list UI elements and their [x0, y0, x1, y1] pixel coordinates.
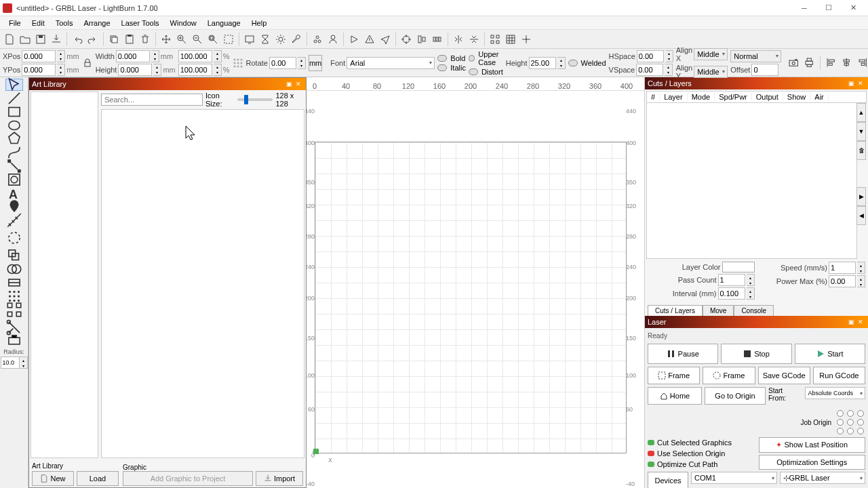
welded-toggle[interactable] [568, 60, 578, 66]
minimize-button[interactable]: ─ [792, 1, 816, 15]
device-dropdown[interactable]: ⊹ GRBL Laser [780, 472, 866, 484]
menu-help[interactable]: Help [247, 18, 272, 28]
font-height-spinner[interactable]: ▴▾ [557, 57, 566, 69]
height-input[interactable]: 0.000 [118, 64, 152, 76]
camera-icon[interactable] [788, 56, 799, 70]
layer-delete-icon[interactable]: 🗑 [856, 141, 866, 160]
cuts-close-icon[interactable]: ✕ [856, 79, 865, 88]
laser-close-icon[interactable]: ✕ [856, 317, 865, 327]
icon-size-slider[interactable] [237, 98, 273, 101]
align-right-icon[interactable] [856, 56, 867, 70]
lock-icon[interactable] [82, 56, 93, 70]
hspace-input[interactable]: 0.00 [637, 50, 664, 62]
optimize-toggle[interactable] [648, 462, 654, 467]
close-button[interactable]: ✕ [841, 1, 865, 15]
anchor-grid-icon[interactable] [233, 54, 243, 73]
menu-window[interactable]: Window [165, 18, 201, 28]
cuts-undock-icon[interactable]: ▣ [846, 79, 856, 88]
hourglass-icon[interactable] [258, 33, 272, 46]
flip-v-icon[interactable] [467, 33, 481, 46]
send-icon[interactable] [378, 33, 392, 46]
paste-icon[interactable] [123, 33, 136, 46]
flip-h-icon[interactable] [452, 33, 465, 46]
printer-icon[interactable] [804, 56, 814, 70]
menu-language[interactable]: Language [203, 18, 245, 28]
scale-y-input[interactable]: 100.000 [178, 64, 212, 76]
start-from-dropdown[interactable]: Absolute Coords [805, 387, 865, 399]
pass-count-input[interactable]: 1 [718, 274, 745, 286]
interval-spinner[interactable]: ▴▾ [747, 287, 755, 300]
pause-button[interactable]: Pause [648, 344, 718, 364]
show-last-button[interactable]: ✦Show Last Position [759, 437, 866, 453]
power-input[interactable]: 0.00 [829, 275, 856, 287]
scale-y-spinner[interactable]: ▴▾ [214, 64, 222, 76]
add-graphic-button[interactable]: Add Graphic to Project [123, 471, 253, 486]
job-origin-grid[interactable] [837, 410, 865, 434]
hspace-spinner[interactable]: ▴▾ [665, 50, 673, 62]
menu-file[interactable]: File [4, 18, 26, 28]
user-icon[interactable] [326, 33, 340, 46]
canvas[interactable]: 0 40 80 120 160 200 240 280 320 360 400 … [307, 77, 644, 488]
pass-spinner[interactable]: ▴▾ [747, 274, 755, 286]
crosshair-icon[interactable] [519, 33, 533, 46]
layer-color-swatch[interactable] [722, 262, 755, 272]
art-new-button[interactable]: New [32, 471, 74, 486]
optimization-settings-button[interactable]: Optimization Settings [759, 455, 866, 470]
width-spinner[interactable]: ▴▾ [151, 50, 159, 62]
alignx-dropdown[interactable]: Middle [694, 48, 728, 60]
layer-up-icon[interactable]: ▲ [856, 103, 866, 122]
menu-edit[interactable]: Edit [27, 18, 50, 28]
group-icon[interactable] [311, 33, 324, 46]
tab-cuts-layers[interactable]: Cuts / Layers [648, 305, 703, 316]
font-dropdown[interactable]: Arial [347, 57, 435, 69]
align-left-icon[interactable] [826, 56, 837, 70]
layer-left-icon[interactable]: ◀ [856, 206, 866, 225]
art-search-input[interactable] [101, 94, 203, 106]
power-spinner[interactable]: ▴▾ [857, 275, 865, 287]
layer-down-icon[interactable]: ▼ [856, 122, 866, 141]
copy-icon[interactable] [107, 33, 121, 46]
speed-input[interactable]: 1 [829, 262, 856, 274]
pan-icon[interactable] [159, 33, 173, 46]
circle-array-icon[interactable] [5, 232, 23, 244]
cut-selected-toggle[interactable] [648, 440, 654, 445]
gear-icon[interactable] [274, 33, 288, 46]
grid-array-icon[interactable] [5, 304, 23, 316]
scale-x-input[interactable]: 100.000 [178, 50, 212, 62]
use-selection-toggle[interactable] [648, 451, 654, 456]
art-load-button[interactable]: Load [77, 471, 119, 486]
target-icon[interactable] [399, 33, 413, 46]
zoom-out-icon[interactable] [191, 33, 204, 46]
port-dropdown[interactable]: COM1 [691, 472, 777, 484]
ypos-input[interactable]: 0.000 [22, 64, 56, 76]
italic-toggle[interactable] [437, 64, 447, 71]
menu-arrange[interactable]: Arrange [79, 18, 115, 28]
save-gcode-button[interactable]: Save GCode [758, 367, 810, 384]
tab-console[interactable]: Console [734, 305, 774, 316]
devices-button[interactable]: Devices [648, 472, 688, 488]
units-button[interactable]: mm [309, 55, 322, 71]
cuts-header[interactable]: Cuts / Layers ▣ ✕ [645, 77, 868, 89]
zoom-in-icon[interactable] [175, 33, 189, 46]
vspace-input[interactable]: 0.00 [636, 64, 663, 76]
art-library-canvas[interactable] [101, 109, 304, 458]
layer-right-icon[interactable]: ▶ [856, 187, 866, 206]
array-icon[interactable] [488, 33, 502, 46]
scale-x-spinner[interactable]: ▴▾ [214, 50, 222, 62]
open-file-icon[interactable] [18, 33, 32, 46]
width-input[interactable]: 0.000 [116, 50, 150, 62]
frame-circle-button[interactable]: Frame [703, 367, 755, 384]
measure-tool-icon[interactable] [5, 214, 23, 226]
new-file-icon[interactable] [3, 33, 16, 46]
xpos-input[interactable]: 0.000 [22, 50, 56, 62]
play-icon[interactable] [347, 33, 361, 46]
import-icon[interactable] [50, 33, 63, 46]
zoom-selection-icon[interactable] [222, 33, 235, 46]
grid-icon[interactable] [504, 33, 517, 46]
art-import-button[interactable]: Import [256, 471, 303, 486]
rotate-input[interactable]: 0.00 [269, 57, 296, 69]
offset-input[interactable]: 0 [751, 64, 778, 76]
panel-close-icon[interactable]: ✕ [294, 79, 303, 89]
art-library-tree[interactable] [31, 92, 98, 458]
ypos-spinner[interactable]: ▴▾ [57, 64, 65, 76]
